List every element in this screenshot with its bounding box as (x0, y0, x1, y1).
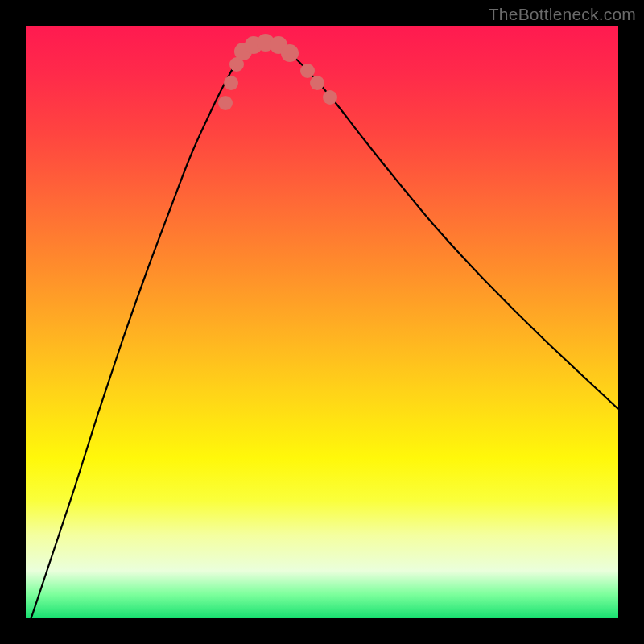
curve-layer (26, 26, 618, 618)
chart-frame: TheBottleneck.com (0, 0, 644, 644)
curve-marker (281, 44, 299, 62)
curve-marker (218, 96, 233, 110)
watermark-text: TheBottleneck.com (489, 5, 636, 24)
curve-marker (323, 90, 337, 105)
curve-marker (224, 76, 238, 90)
curve-marker (300, 64, 315, 78)
bottleneck-curve-path (26, 43, 618, 618)
curve-marker (310, 76, 324, 90)
plot-area (26, 26, 618, 618)
markers-group (218, 34, 337, 110)
